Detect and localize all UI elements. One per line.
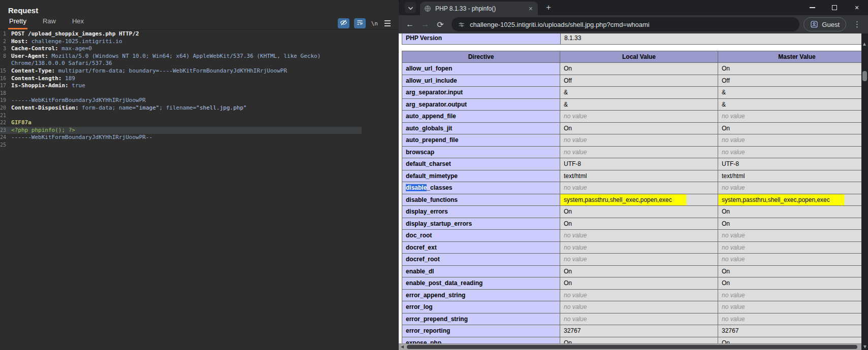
value-cell: no value bbox=[560, 241, 718, 254]
vertical-scrollbar-thumb[interactable] bbox=[862, 71, 867, 81]
line-text bbox=[8, 112, 11, 120]
request-line: 23<?php phpinfo(); ?> bbox=[0, 127, 362, 134]
directive-cell: allow_url_include bbox=[402, 75, 560, 87]
line-number: 19 bbox=[0, 97, 8, 104]
yellow-highlight: system,passthru,shell_exec,popen,exec bbox=[560, 194, 686, 206]
phpinfo-row: arg_separator.input&& bbox=[402, 87, 862, 99]
php-version-label: PHP Version bbox=[402, 33, 561, 44]
value-cell: & bbox=[718, 87, 862, 99]
directive-cell: expose_php bbox=[402, 337, 560, 343]
tab-hex[interactable]: Hex bbox=[71, 15, 85, 29]
value-cell: system,passthru,shell_exec,popen,exec bbox=[718, 194, 862, 206]
hide-nonprinting-button[interactable] bbox=[338, 18, 349, 28]
value-cell: no value bbox=[718, 301, 862, 313]
directive-cell: default_charset bbox=[402, 158, 560, 170]
line-text: Content-Type: multipart/form-data; bound… bbox=[8, 67, 287, 75]
value-cell: On bbox=[718, 63, 862, 75]
phpinfo-row: auto_prepend_fileno valueno value bbox=[402, 134, 862, 147]
value-cell: no value bbox=[718, 289, 862, 301]
line-number: 17 bbox=[0, 82, 8, 90]
maximize-button[interactable] bbox=[823, 0, 846, 15]
line-number: 2 bbox=[0, 38, 8, 46]
value-cell: no value bbox=[560, 313, 718, 325]
tab-pretty[interactable]: Pretty bbox=[8, 15, 27, 29]
vertical-scrollbar[interactable] bbox=[861, 33, 868, 343]
minimize-button[interactable] bbox=[801, 0, 823, 15]
phpinfo-row: display_errorsOnOn bbox=[402, 206, 862, 218]
globe-favicon bbox=[424, 5, 431, 12]
directive-cell: docref_root bbox=[402, 254, 560, 266]
value-cell: no value bbox=[560, 111, 718, 123]
phpinfo-row: expose_phpOnOn bbox=[402, 337, 862, 343]
phpinfo-row: allow_url_fopenOnOn bbox=[402, 63, 862, 75]
word-wrap-button[interactable] bbox=[354, 18, 366, 28]
yellow-highlight: system,passthru,shell_exec,popen,exec bbox=[718, 194, 844, 206]
request-line: 15Content-Type: multipart/form-data; bou… bbox=[0, 67, 362, 75]
scroll-up-arrow-icon[interactable] bbox=[863, 43, 866, 46]
reload-icon: ⟳ bbox=[437, 20, 443, 29]
phpinfo-row: doc_rootno valueno value bbox=[402, 230, 862, 242]
url-text[interactable]: challenge-1025.intigriti.io/uploads/shel… bbox=[470, 21, 650, 28]
line-number bbox=[0, 60, 8, 67]
value-cell: & bbox=[560, 87, 718, 99]
value-cell: On bbox=[560, 265, 718, 277]
line-text: Is-Shoppix-Admin: true bbox=[8, 82, 85, 90]
request-line: 18 bbox=[0, 90, 362, 97]
request-line: 2Host: challenge-1025.intigriti.io bbox=[0, 38, 362, 46]
browser-window: PHP 8.1.33 - phpinfo() × + × ← → ⟳ bbox=[399, 0, 868, 350]
phpinfo-row: browscapno valueno value bbox=[402, 146, 862, 158]
tab-search-button[interactable] bbox=[405, 2, 416, 13]
screen: Request Pretty Raw Hex bbox=[0, 0, 868, 350]
line-number: 8 bbox=[0, 53, 8, 60]
phpinfo-row: error_reporting3276732767 bbox=[402, 325, 862, 337]
value-cell: On bbox=[560, 218, 718, 230]
directive-cell: arg_separator.output bbox=[402, 98, 560, 111]
editor-toolbar: \n bbox=[338, 18, 392, 28]
reload-button[interactable]: ⟳ bbox=[433, 17, 447, 31]
tab-raw[interactable]: Raw bbox=[42, 15, 57, 29]
value-cell: system,passthru,shell_exec,popen,exec bbox=[560, 194, 718, 206]
phpinfo-row: disable_classesno valueno value bbox=[402, 182, 862, 194]
value-cell: & bbox=[560, 98, 718, 111]
line-number: 16 bbox=[0, 75, 8, 83]
phpinfo-page: PHP Version 8.1.33 DirectiveLocal ValueM… bbox=[399, 33, 861, 343]
address-bar[interactable]: challenge-1025.intigriti.io/uploads/shel… bbox=[452, 17, 799, 31]
value-cell: On bbox=[560, 277, 718, 290]
profile-button[interactable]: Guest bbox=[803, 17, 846, 31]
phpinfo-header-row: DirectiveLocal ValueMaster Value bbox=[402, 51, 862, 63]
back-button[interactable]: ← bbox=[403, 17, 417, 31]
value-cell: no value bbox=[560, 134, 718, 147]
close-button[interactable]: × bbox=[846, 0, 868, 15]
value-cell: no value bbox=[718, 146, 862, 158]
horizontal-scrollbar[interactable] bbox=[399, 343, 861, 350]
horizontal-scrollbar-thumb[interactable] bbox=[407, 345, 857, 349]
line-text: ------WebKitFormBoundaryJdKYHhIRrjUoowPR bbox=[8, 97, 146, 104]
directive-cell: display_errors bbox=[402, 206, 560, 218]
request-line: 22GIF87a bbox=[0, 119, 362, 127]
line-text: Content-Disposition: form-data; name="im… bbox=[8, 104, 247, 112]
forward-icon: → bbox=[421, 20, 429, 28]
page-content: PHP Version 8.1.33 DirectiveLocal ValueM… bbox=[399, 33, 868, 350]
request-editor[interactable]: 1POST /upload_shoppix_images.php HTTP/22… bbox=[0, 30, 399, 350]
line-number: 18 bbox=[0, 90, 8, 97]
value-cell: On bbox=[560, 63, 718, 75]
value-cell: On bbox=[718, 122, 862, 134]
newline-toggle-button[interactable]: \n bbox=[370, 20, 379, 27]
browser-tab[interactable]: PHP 8.1.33 - phpinfo() × bbox=[420, 2, 538, 15]
panel-title: Request bbox=[8, 6, 38, 15]
request-line: 3Cache-Control: max-age=0 bbox=[0, 45, 362, 53]
phpinfo-row: display_startup_errorsOnOn bbox=[402, 218, 862, 230]
tab-close-button[interactable]: × bbox=[528, 4, 534, 13]
tab-title: PHP 8.1.33 - phpinfo() bbox=[435, 5, 524, 12]
value-cell: no value bbox=[718, 241, 862, 254]
value-cell: & bbox=[718, 98, 862, 111]
forward-button[interactable]: → bbox=[418, 17, 432, 31]
editor-menu-button[interactable] bbox=[383, 19, 392, 27]
site-settings-icon[interactable] bbox=[458, 21, 465, 28]
word-wrap-icon bbox=[356, 19, 364, 28]
browser-menu-button[interactable]: ⋮ bbox=[850, 20, 864, 29]
value-cell: On bbox=[718, 277, 862, 290]
new-tab-button[interactable]: + bbox=[543, 2, 554, 14]
scroll-left-arrow-icon[interactable] bbox=[401, 345, 404, 348]
line-text: Host: challenge-1025.intigriti.io bbox=[8, 38, 122, 46]
